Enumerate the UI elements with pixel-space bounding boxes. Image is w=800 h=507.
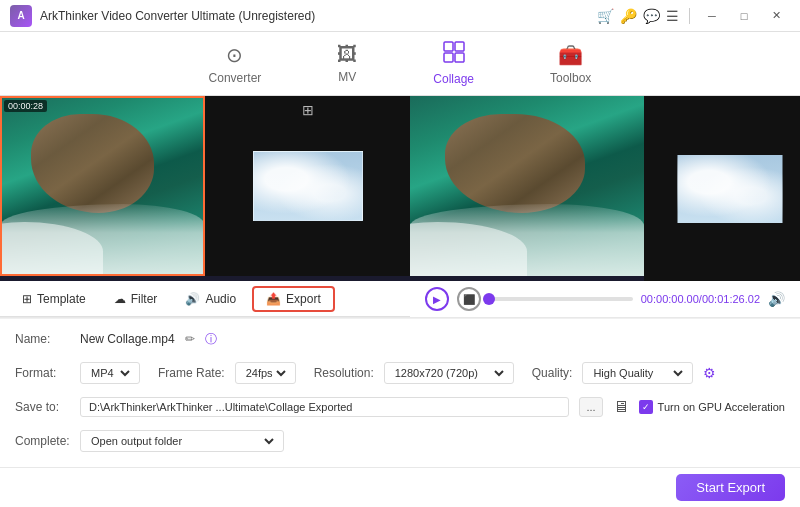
volume-icon[interactable]: 🔊: [768, 291, 785, 307]
resolution-dropdown[interactable]: 1280x720 (720p) 1920x1080 (1080p) 3840x2…: [391, 366, 507, 380]
info-icon[interactable]: ⓘ: [205, 331, 217, 348]
settings-panel: Name: New Collage.mp4 ✏ ⓘ Format: MP4 AV…: [0, 318, 800, 467]
resolution-select[interactable]: 1280x720 (720p) 1920x1080 (1080p) 3840x2…: [384, 362, 514, 384]
gpu-label: Turn on GPU Acceleration: [658, 401, 785, 413]
template-button[interactable]: ⊞ Template: [10, 288, 98, 310]
format-select[interactable]: MP4 AVI MOV: [80, 362, 140, 384]
audio-button[interactable]: 🔊 Audio: [173, 288, 248, 310]
cart-icon[interactable]: 🛒: [597, 8, 614, 24]
svg-rect-3: [455, 53, 464, 62]
ocean-bg-left: [0, 96, 205, 276]
small-preview: [253, 151, 363, 221]
preview-video-right: [644, 96, 800, 281]
preview-small-thumbnail: [677, 155, 782, 223]
svg-rect-2: [444, 53, 453, 62]
settings-format-row: Format: MP4 AVI MOV Frame Rate: 24fps 30…: [15, 359, 785, 387]
playback-controls: ▶ ⬛ 00:00:00.00/00:01:26.02 🔊: [410, 281, 800, 317]
divider: [689, 8, 690, 24]
title-bar: A ArkThinker Video Converter Ultimate (U…: [0, 0, 800, 32]
chat-icon[interactable]: 💬: [643, 8, 660, 24]
framerate-label: Frame Rate:: [158, 366, 225, 380]
quality-label: Quality:: [532, 366, 573, 380]
toolbox-icon: 🧰: [558, 43, 583, 67]
time-display: 00:00:00.00/00:01:26.02: [641, 293, 760, 305]
filter-button[interactable]: ☁ Filter: [102, 288, 170, 310]
main-content: 00:00:28 ⊞: [0, 96, 800, 281]
format-dropdown[interactable]: MP4 AVI MOV: [87, 366, 133, 380]
monitor-icon[interactable]: 🖥: [613, 398, 629, 416]
export-button[interactable]: 📤 Export: [252, 286, 335, 312]
template-icon: ⊞: [22, 292, 32, 306]
tab-converter[interactable]: ⊙ Converter: [201, 39, 270, 89]
preview-video-left: [410, 96, 644, 276]
grid-icon: ⊞: [302, 102, 314, 118]
toolbar: ⊞ Template ☁ Filter 🔊 Audio 📤 Export: [0, 281, 410, 317]
left-editor-panel: 00:00:28 ⊞: [0, 96, 410, 281]
save-path-display: D:\ArkThinker\ArkThinker ...Ultimate\Col…: [80, 397, 569, 417]
maximize-button[interactable]: □: [730, 5, 758, 27]
svg-rect-0: [444, 42, 453, 51]
settings-name-row: Name: New Collage.mp4 ✏ ⓘ: [15, 325, 785, 353]
stop-button[interactable]: ⬛: [457, 287, 481, 311]
title-text: ArkThinker Video Converter Ultimate (Unr…: [40, 9, 315, 23]
mv-icon: 🖼: [337, 43, 357, 66]
complete-label: Complete:: [15, 434, 70, 448]
tab-collage[interactable]: Collage: [425, 37, 482, 90]
preview-ocean-bg: [410, 96, 644, 276]
ocean-rocks-left: [31, 114, 154, 213]
nav-tabs: ⊙ Converter 🖼 MV Collage 🧰 Toolbox: [0, 32, 800, 96]
name-value: New Collage.mp4: [80, 332, 175, 346]
filter-icon: ☁: [114, 292, 126, 306]
framerate-dropdown[interactable]: 24fps 30fps 60fps: [242, 366, 289, 380]
right-preview-panel: [410, 96, 800, 281]
edit-name-icon[interactable]: ✏: [185, 332, 195, 346]
progress-thumb: [483, 293, 495, 305]
framerate-select[interactable]: 24fps 30fps 60fps: [235, 362, 296, 384]
title-bar-left: A ArkThinker Video Converter Ultimate (U…: [10, 5, 315, 27]
quality-dropdown[interactable]: High Quality Medium Quality Low Quality: [589, 366, 686, 380]
quality-select[interactable]: High Quality Medium Quality Low Quality: [582, 362, 693, 384]
name-label: Name:: [15, 332, 70, 346]
preview-rocks: [445, 114, 585, 213]
video-timestamp: 00:00:28: [4, 100, 47, 112]
toolbar-playback-row: ⊞ Template ☁ Filter 🔊 Audio 📤 Export ▶ ⬛: [0, 281, 800, 318]
converter-icon: ⊙: [226, 43, 243, 67]
video-left[interactable]: 00:00:28: [0, 96, 205, 276]
gear-icon[interactable]: ⚙: [703, 365, 716, 381]
app-icon: A: [10, 5, 32, 27]
menu-icon[interactable]: ☰: [666, 8, 679, 24]
start-export-button[interactable]: Start Export: [676, 474, 785, 501]
tab-mv[interactable]: 🖼 MV: [329, 39, 365, 88]
checkbox-icon: ✓: [639, 400, 653, 414]
play-button[interactable]: ▶: [425, 287, 449, 311]
close-button[interactable]: ✕: [762, 5, 790, 27]
preview-small-clouds: [677, 155, 782, 223]
preview-clouds: [254, 152, 362, 220]
browse-button[interactable]: ...: [579, 397, 602, 417]
minimize-button[interactable]: ─: [698, 5, 726, 27]
gpu-acceleration-toggle[interactable]: ✓ Turn on GPU Acceleration: [639, 400, 785, 414]
title-bar-right: 🛒 🔑 💬 ☰ ─ □ ✕: [597, 5, 790, 27]
format-label: Format:: [15, 366, 70, 380]
resolution-label: Resolution:: [314, 366, 374, 380]
settings-saveto-row: Save to: D:\ArkThinker\ArkThinker ...Ult…: [15, 393, 785, 421]
settings-complete-row: Complete: Open output folder Do nothing …: [15, 427, 785, 455]
export-icon: 📤: [266, 292, 281, 306]
controls-area: ⊞ Template ☁ Filter 🔊 Audio 📤 Export ▶ ⬛: [0, 281, 800, 507]
tab-toolbox[interactable]: 🧰 Toolbox: [542, 39, 599, 89]
complete-dropdown[interactable]: Open output folder Do nothing Shut down …: [87, 434, 277, 448]
svg-rect-1: [455, 42, 464, 51]
bottom-bar: Start Export: [0, 467, 800, 507]
collage-icon: [443, 41, 465, 68]
title-bar-icons: 🛒 🔑 💬 ☰: [597, 8, 694, 24]
video-right[interactable]: ⊞: [205, 96, 410, 276]
key-icon[interactable]: 🔑: [620, 8, 637, 24]
complete-select[interactable]: Open output folder Do nothing Shut down …: [80, 430, 284, 452]
progress-bar[interactable]: [489, 297, 633, 301]
saveto-label: Save to:: [15, 400, 70, 414]
audio-icon: 🔊: [185, 292, 200, 306]
